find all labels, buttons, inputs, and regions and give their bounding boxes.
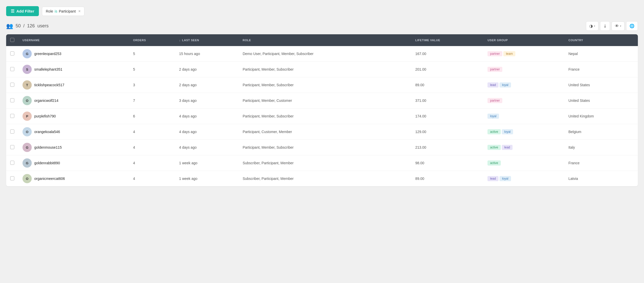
row-usergroup-cell: activeloyal (483, 124, 564, 140)
username-text[interactable]: greenleopard253 (34, 52, 61, 56)
header-lastseen[interactable]: ↓ LAST SEEN (175, 34, 238, 46)
row-checkbox[interactable] (10, 98, 14, 102)
username-text[interactable]: purplefish790 (34, 114, 56, 118)
row-lifetime-cell: 89.00 (411, 171, 484, 187)
username-text[interactable]: organicmeercat606 (34, 177, 65, 181)
avatar: O (23, 174, 32, 183)
row-country-cell: Latvia (564, 171, 638, 187)
row-checkbox-cell (6, 77, 18, 93)
user-tag: active (487, 129, 501, 134)
row-orders-cell: 5 (129, 46, 175, 62)
export-icon: ⤓ (603, 24, 607, 28)
row-checkbox-cell (6, 93, 18, 108)
group-icon: ◑ (589, 24, 593, 28)
row-checkbox[interactable] (10, 129, 14, 134)
row-checkbox[interactable] (10, 161, 14, 165)
user-tag: lead (487, 176, 498, 181)
avatar: G (23, 158, 32, 168)
table-header: USERNAME ORDERS ↓ LAST SEEN ROLE LIFETIM… (6, 34, 638, 46)
table-row[interactable]: Oorangekoala54644 days agoParticipant, C… (6, 124, 638, 140)
row-lifetime-cell: 174.00 (411, 108, 484, 124)
row-checkbox[interactable] (10, 114, 14, 118)
row-checkbox[interactable] (10, 67, 14, 71)
header-checkbox[interactable] (6, 34, 18, 46)
count-row: 👥 50 / 126 users ◑ ▾ ⤓ 👁 ▾ 🌐 (6, 21, 638, 31)
row-lastseen-cell: 1 week ago (175, 171, 238, 187)
row-checkbox[interactable] (10, 83, 14, 87)
username-text[interactable]: smallelephant351 (34, 67, 62, 71)
row-checkbox[interactable] (10, 145, 14, 149)
table-row[interactable]: Ggoldenmouse11544 days agoParticipant, M… (6, 140, 638, 155)
row-lastseen-cell: 1 week ago (175, 155, 238, 171)
user-tag: loyal (499, 176, 511, 181)
row-orders-cell: 6 (129, 108, 175, 124)
user-tag: lead (502, 145, 513, 150)
row-checkbox[interactable] (10, 51, 14, 56)
table-body: Ggreenleopard253515 hours agoDemo User, … (6, 46, 638, 186)
row-lifetime-cell: 213.00 (411, 140, 484, 155)
add-filter-button[interactable]: ☰ Add Filter (6, 6, 39, 16)
add-filter-label: Add Filter (16, 9, 34, 13)
count-label: 👥 50 / 126 users (6, 23, 49, 29)
count-separator: / (23, 23, 25, 29)
row-checkbox-cell (6, 108, 18, 124)
top-bar: ☰ Add Filter Role is Participant × (6, 6, 638, 16)
row-role-cell: Subscriber, Participant, Member (239, 171, 411, 187)
row-username-cell: Tticklishpeacock517 (18, 77, 129, 93)
row-lastseen-cell: 4 days ago (175, 124, 238, 140)
username-text[interactable]: goldenrabbit890 (34, 161, 60, 165)
filter-is-label: is (55, 9, 57, 13)
group-button[interactable]: ◑ ▾ (586, 21, 598, 31)
row-country-cell: Belgium (564, 124, 638, 140)
table-row[interactable]: Ggreenleopard253515 hours agoDemo User, … (6, 46, 638, 62)
row-username-cell: Oorganicwolf214 (18, 93, 129, 108)
row-orders-cell: 4 (129, 124, 175, 140)
username-text[interactable]: organicwolf214 (34, 99, 58, 103)
username-text[interactable]: goldenmouse115 (34, 145, 62, 149)
row-checkbox[interactable] (10, 176, 14, 180)
user-tag: partner (487, 51, 502, 56)
checkbox-all[interactable] (10, 38, 14, 42)
row-orders-cell: 3 (129, 77, 175, 93)
row-checkbox-cell (6, 46, 18, 62)
table-row[interactable]: Ssmallelephant35152 days agoParticipant,… (6, 62, 638, 77)
count-total: 126 (27, 23, 35, 29)
page-wrapper: ☰ Add Filter Role is Participant × 👥 50 … (0, 0, 644, 283)
view-button[interactable]: 👁 ▾ (612, 21, 625, 31)
row-orders-cell: 7 (129, 93, 175, 108)
avatar: G (23, 143, 32, 152)
export-button[interactable]: ⤓ (600, 21, 610, 31)
row-role-cell: Participant, Member, Subscriber (239, 77, 411, 93)
username-text[interactable]: ticklishpeacock517 (34, 83, 64, 87)
row-checkbox-cell (6, 171, 18, 187)
row-country-cell: United States (564, 77, 638, 93)
filter-role-value: Participant (59, 9, 76, 13)
globe-button[interactable]: 🌐 (626, 21, 638, 31)
row-lastseen-cell: 4 days ago (175, 140, 238, 155)
row-lifetime-cell: 167.00 (411, 46, 484, 62)
row-orders-cell: 4 (129, 171, 175, 187)
globe-icon: 🌐 (629, 24, 635, 28)
row-usergroup-cell: active (483, 155, 564, 171)
row-username-cell: Ggreenleopard253 (18, 46, 129, 61)
table-row[interactable]: Oorganicwolf21473 days agoParticipant, M… (6, 93, 638, 108)
row-username-cell: Ggoldenrabbit890 (18, 155, 129, 171)
users-table-container: USERNAME ORDERS ↓ LAST SEEN ROLE LIFETIM… (6, 34, 638, 186)
table-row[interactable]: Ggoldenrabbit89041 week agoSubscriber, P… (6, 155, 638, 171)
filter-role-key: Role (46, 9, 53, 13)
row-country-cell: United Kingdom (564, 108, 638, 124)
row-country-cell: Italy (564, 140, 638, 155)
avatar: P (23, 112, 32, 121)
table-row[interactable]: Oorganicmeercat60641 week agoSubscriber,… (6, 171, 638, 187)
filter-close-button[interactable]: × (78, 9, 81, 14)
user-tag: active (487, 145, 501, 150)
filter-icon: ☰ (11, 9, 14, 14)
row-checkbox-cell (6, 124, 18, 140)
header-role: ROLE (239, 34, 411, 46)
row-usergroup-cell: partner (483, 93, 564, 108)
filter-chip-role: Role is Participant × (42, 7, 84, 16)
table-row[interactable]: Tticklishpeacock51732 days agoParticipan… (6, 77, 638, 93)
row-usergroup-cell: activelead (483, 140, 564, 155)
table-row[interactable]: Ppurplefish79064 days agoParticipant, Me… (6, 108, 638, 124)
username-text[interactable]: orangekoala546 (34, 130, 60, 134)
